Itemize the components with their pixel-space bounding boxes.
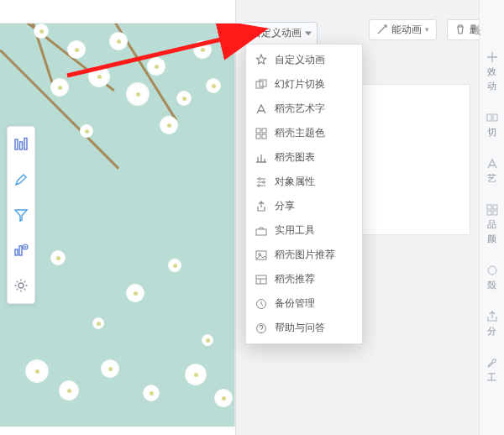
gear-icon xyxy=(13,278,29,293)
app-root: 能动画 ▾ 删除 素，然后单击 "添加 效 动 切 xyxy=(0,0,504,435)
bars-icon xyxy=(13,137,29,152)
docer-icon xyxy=(486,264,499,277)
pane-menu-trigger-wrapper: 自定义动画 xyxy=(244,22,318,45)
menu-item-slide-transition[interactable]: 幻灯片切换 xyxy=(246,72,362,97)
brush-icon xyxy=(13,172,29,187)
tool-filter[interactable] xyxy=(7,197,35,233)
sliders-icon xyxy=(255,176,268,189)
smart-animation-label: 能动画 xyxy=(391,23,422,37)
svg-rect-10 xyxy=(493,205,497,209)
trash-icon xyxy=(454,24,466,35)
chart-plus-icon xyxy=(13,243,29,258)
svg-point-20 xyxy=(259,177,261,180)
image-icon xyxy=(255,249,268,262)
share-icon xyxy=(486,310,499,323)
text-a-icon xyxy=(255,102,268,116)
edge-item-transition[interactable]: 切 xyxy=(486,111,499,139)
svg-point-13 xyxy=(488,266,496,275)
edge-item-wordart[interactable]: 艺 xyxy=(486,157,499,185)
svg-rect-12 xyxy=(493,211,497,215)
pane-close-button[interactable]: × xyxy=(470,25,486,40)
svg-rect-16 xyxy=(256,128,260,133)
slide-artwork xyxy=(0,24,235,427)
edge-item-tools[interactable]: 工 xyxy=(486,356,499,384)
text-a-icon xyxy=(486,157,499,170)
sparkle-icon xyxy=(486,50,499,64)
svg-rect-17 xyxy=(262,128,266,133)
pane-menu: 自定义动画 幻灯片切换 稻壳艺术字 稻壳主题色 稻壳图表 对象属性 分享 实用 xyxy=(245,44,363,344)
slide-canvas[interactable] xyxy=(0,24,235,427)
svg-rect-8 xyxy=(493,114,497,121)
svg-rect-18 xyxy=(256,134,260,139)
right-edge-bar: 效 动 切 艺 品 颜 殼 分 xyxy=(479,0,504,435)
menu-item-label: 分享 xyxy=(275,199,295,213)
history-icon xyxy=(255,297,268,311)
menu-item-docer-recommend[interactable]: 稻壳推荐 xyxy=(246,267,362,291)
svg-rect-23 xyxy=(256,229,266,235)
chevron-down-icon: ▾ xyxy=(425,25,429,34)
svg-rect-11 xyxy=(487,211,491,215)
tool-settings[interactable] xyxy=(7,268,35,303)
svg-rect-9 xyxy=(487,205,491,209)
menu-item-label: 稻壳艺术字 xyxy=(275,102,325,116)
svg-point-6 xyxy=(18,283,24,288)
help-icon xyxy=(255,322,268,335)
edge-item-docer[interactable]: 殼 xyxy=(486,264,499,291)
svg-rect-7 xyxy=(487,114,491,121)
edge-item-theme[interactable]: 品 颜 xyxy=(486,203,499,245)
menu-item-label: 自定义动画 xyxy=(275,53,325,67)
menu-item-label: 备份管理 xyxy=(275,296,315,311)
menu-item-theme-color[interactable]: 稻壳主题色 xyxy=(246,121,362,145)
transition-icon xyxy=(486,111,499,124)
svg-rect-2 xyxy=(24,139,27,150)
close-icon: × xyxy=(474,25,481,39)
chart-icon xyxy=(255,151,268,165)
edge-item-effects[interactable]: 效 动 xyxy=(486,50,499,92)
toolbox-icon xyxy=(255,224,268,238)
menu-item-object-properties[interactable]: 对象属性 xyxy=(246,170,362,194)
svg-point-22 xyxy=(258,184,260,186)
menu-item-backup[interactable]: 备份管理 xyxy=(246,291,362,316)
edge-item-share[interactable]: 分 xyxy=(486,310,499,338)
share-box-icon xyxy=(255,200,268,213)
svg-rect-19 xyxy=(262,134,266,139)
menu-item-label: 实用工具 xyxy=(275,223,315,238)
slides-icon xyxy=(255,78,268,92)
grid-icon xyxy=(486,203,499,217)
tool-chart-add[interactable] xyxy=(7,233,35,268)
menu-item-label: 稻壳主题色 xyxy=(275,126,325,140)
menu-item-utilities[interactable]: 实用工具 xyxy=(246,218,362,243)
left-toolbar xyxy=(7,126,35,304)
pane-menu-trigger-label: 自定义动画 xyxy=(251,26,302,40)
tool-brush[interactable] xyxy=(7,162,35,197)
menu-item-label: 稻壳图表 xyxy=(275,150,315,165)
svg-rect-0 xyxy=(15,139,18,149)
magic-icon xyxy=(376,24,388,35)
menu-item-help[interactable]: 帮助与问答 xyxy=(246,316,362,340)
menu-item-label: 稻壳图片推荐 xyxy=(275,248,335,262)
smart-animation-button[interactable]: 能动画 ▾ xyxy=(369,19,437,40)
funnel-icon xyxy=(13,207,29,223)
svg-point-21 xyxy=(263,181,265,183)
menu-item-wordart[interactable]: 稻壳艺术字 xyxy=(246,97,362,121)
tool-outline[interactable] xyxy=(7,127,35,162)
layout-icon xyxy=(255,273,268,286)
svg-rect-4 xyxy=(19,246,22,255)
menu-item-label: 幻灯片切换 xyxy=(275,77,325,92)
menu-item-image-recommend[interactable]: 稻壳图片推荐 xyxy=(246,243,362,267)
menu-item-custom-animation[interactable]: 自定义动画 xyxy=(246,48,362,72)
svg-rect-3 xyxy=(15,249,18,255)
pane-menu-trigger[interactable]: 自定义动画 xyxy=(244,22,318,45)
wrench-icon xyxy=(486,356,499,369)
menu-item-label: 帮助与问答 xyxy=(275,321,325,335)
menu-item-chart[interactable]: 稻壳图表 xyxy=(246,145,362,170)
svg-rect-1 xyxy=(20,142,23,149)
menu-item-label: 稻壳推荐 xyxy=(275,272,315,286)
star-burst-icon xyxy=(255,54,268,67)
grid-icon xyxy=(255,127,268,140)
menu-item-label: 对象属性 xyxy=(275,175,315,189)
menu-item-share[interactable]: 分享 xyxy=(246,194,362,218)
svg-rect-26 xyxy=(256,275,266,284)
